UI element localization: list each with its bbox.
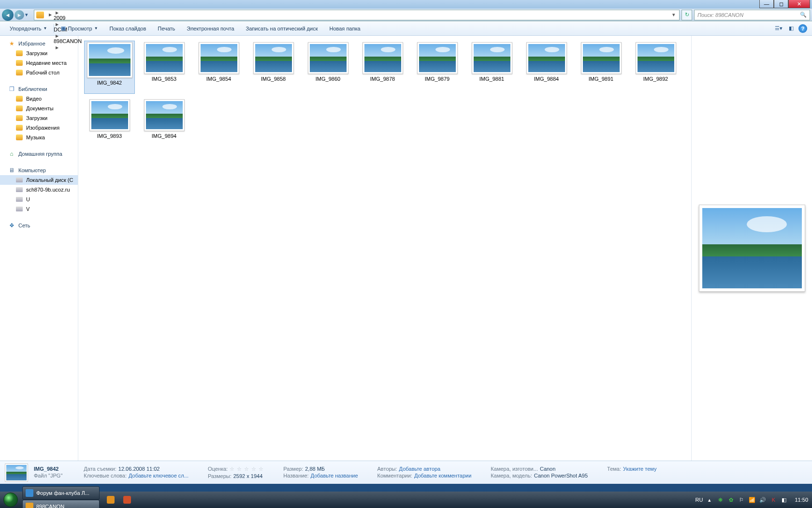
sidebar-item[interactable]: Загрузки xyxy=(0,48,78,58)
drive-icon xyxy=(15,205,23,213)
close-button[interactable]: ✕ xyxy=(788,0,810,8)
sidebar-item[interactable]: Рабочий стол xyxy=(0,68,78,77)
address-dropdown[interactable]: ▾ xyxy=(670,12,677,18)
sidebar-item[interactable]: Музыка xyxy=(0,133,78,142)
sidebar-item[interactable]: Документы xyxy=(0,104,78,113)
file-thumbnail[interactable]: IMG_9860 xyxy=(303,41,353,94)
sidebar-item[interactable]: Загрузки xyxy=(0,113,78,123)
minimize-button[interactable]: — xyxy=(759,0,774,8)
file-thumbnail[interactable]: IMG_9858 xyxy=(248,41,299,94)
organize-menu[interactable]: Упорядочить▼ xyxy=(4,26,53,31)
tray-action-center-icon[interactable]: ⚐ xyxy=(738,496,745,504)
start-button[interactable] xyxy=(0,492,21,508)
tray-icon[interactable]: ❋ xyxy=(716,496,724,504)
tray-icon[interactable]: ◧ xyxy=(780,496,788,504)
preview-pane-icon[interactable]: ◧ xyxy=(786,23,797,34)
image-icon xyxy=(199,42,239,74)
new-folder-button[interactable]: Новая папка xyxy=(323,26,366,31)
details-thumbnail xyxy=(5,463,28,482)
chevron-right-icon[interactable]: ▶ xyxy=(56,11,58,15)
image-icon xyxy=(362,42,403,74)
favorites-header[interactable]: ★Избранное xyxy=(0,39,78,48)
file-thumbnail[interactable]: IMG_9892 xyxy=(630,41,681,94)
sidebar-item[interactable]: U xyxy=(0,194,78,204)
file-name: IMG_9893 xyxy=(97,133,122,139)
file-thumbnail[interactable]: IMG_9879 xyxy=(412,41,463,94)
folder-icon xyxy=(15,114,23,122)
sidebar-item[interactable]: Изображения xyxy=(0,123,78,133)
preview-image xyxy=(699,205,805,292)
file-thumbnail[interactable]: IMG_9894 xyxy=(139,98,189,151)
forward-button[interactable]: ► xyxy=(14,10,24,20)
refresh-button[interactable]: ↻ xyxy=(682,10,692,20)
search-icon[interactable]: 🔍 xyxy=(800,12,807,18)
image-icon xyxy=(472,42,512,74)
file-thumbnail[interactable]: IMG_9842 xyxy=(84,41,135,94)
view-menu[interactable]: ▦Просмотр▼ xyxy=(55,25,103,31)
libraries-header[interactable]: ❐Библиотеки xyxy=(0,84,78,94)
file-thumbnail[interactable]: IMG_9891 xyxy=(576,41,626,94)
details-comments[interactable]: Добавьте комментарии xyxy=(414,473,471,478)
language-indicator[interactable]: RU xyxy=(696,497,703,503)
sidebar-item[interactable]: sch870-9b.ucoz.ru xyxy=(0,185,78,194)
tray-icon[interactable]: K xyxy=(769,496,777,504)
back-button[interactable]: ◄ xyxy=(2,9,14,21)
app-icon xyxy=(26,503,33,508)
details-filename: IMG_9842 xyxy=(34,466,58,472)
computer-header[interactable]: 🖥Компьютер xyxy=(0,165,78,175)
quick-launch-icon[interactable] xyxy=(120,493,134,507)
homegroup-header[interactable]: ⌂Домашняя группа xyxy=(0,149,78,159)
sidebar-item[interactable]: Видео xyxy=(0,94,78,104)
file-grid[interactable]: IMG_9842IMG_9853IMG_9854IMG_9858IMG_9860… xyxy=(78,36,691,461)
tray-network-icon[interactable]: 📶 xyxy=(748,496,756,504)
email-button[interactable]: Электронная почта xyxy=(181,26,240,31)
navigation-sidebar: ★Избранное ЗагрузкиНедавние местаРабочий… xyxy=(0,36,78,461)
address-bar[interactable]: ▶ Компьютер▶Локальный диск (C:)▶Фото▶200… xyxy=(34,10,680,20)
details-camera-model: Canon PowerShot A95 xyxy=(534,473,588,478)
details-subject[interactable]: Укажите тему xyxy=(623,466,656,472)
details-authors[interactable]: Добавьте автора xyxy=(399,466,441,472)
file-thumbnail[interactable]: IMG_9884 xyxy=(521,41,572,94)
file-name: IMG_9879 xyxy=(425,76,450,82)
maximize-button[interactable]: ◻ xyxy=(774,0,788,8)
taskbar-task[interactable]: 898CANON xyxy=(22,500,100,508)
file-thumbnail[interactable]: IMG_9878 xyxy=(357,41,408,94)
details-date[interactable]: 12.06.2008 11:02 xyxy=(118,466,160,472)
image-icon xyxy=(636,42,676,74)
details-keywords[interactable]: Добавьте ключевое сл... xyxy=(129,473,188,478)
file-name: IMG_9884 xyxy=(534,76,559,82)
chevron-right-icon[interactable]: ▶ xyxy=(49,13,52,17)
windows-orb-icon xyxy=(3,493,18,507)
taskbar-clock[interactable]: 11:50 xyxy=(795,497,808,503)
file-thumbnail[interactable]: IMG_9853 xyxy=(139,41,189,94)
help-icon[interactable]: ? xyxy=(798,24,807,33)
address-row: ◄ ► ▾ ▶ Компьютер▶Локальный диск (C:)▶Фо… xyxy=(0,9,812,21)
search-input[interactable]: Поиск: 898CANON 🔍 xyxy=(694,10,810,20)
sidebar-item[interactable]: Недавние места xyxy=(0,58,78,68)
file-thumbnail[interactable]: IMG_9854 xyxy=(193,41,244,94)
details-title[interactable]: Добавьте название xyxy=(311,473,358,478)
tray-up-icon[interactable]: ▴ xyxy=(706,496,713,504)
layout-views-icon[interactable]: ☰▾ xyxy=(773,23,784,34)
print-button[interactable]: Печать xyxy=(152,26,181,31)
sidebar-item[interactable]: Локальный диск (C xyxy=(0,175,78,185)
file-name: IMG_9892 xyxy=(643,76,668,82)
network-header[interactable]: ❖Сеть xyxy=(0,221,78,230)
preview-pane xyxy=(691,36,812,461)
file-thumbnail[interactable]: IMG_9893 xyxy=(84,98,135,151)
slideshow-button[interactable]: Показ слайдов xyxy=(104,26,152,31)
details-rating[interactable]: ☆ ☆ ☆ ☆ ☆ xyxy=(230,466,264,472)
burn-button[interactable]: Записать на оптический диск xyxy=(240,26,324,31)
file-name: IMG_9860 xyxy=(316,76,340,82)
tray-icon[interactable]: ✿ xyxy=(727,496,735,504)
tray-volume-icon[interactable]: 🔊 xyxy=(759,496,767,504)
breadcrumb-segment[interactable]: 2009 xyxy=(54,15,104,21)
folder-icon xyxy=(15,69,23,76)
image-icon xyxy=(417,42,458,74)
image-icon xyxy=(144,42,185,74)
file-thumbnail[interactable]: IMG_9881 xyxy=(466,41,517,94)
taskbar-task[interactable]: Форум фан-клуба Л... xyxy=(22,486,100,500)
nav-history-dropdown[interactable]: ▾ xyxy=(25,12,31,18)
quick-launch-icon[interactable] xyxy=(104,493,117,507)
sidebar-item[interactable]: V xyxy=(0,204,78,214)
